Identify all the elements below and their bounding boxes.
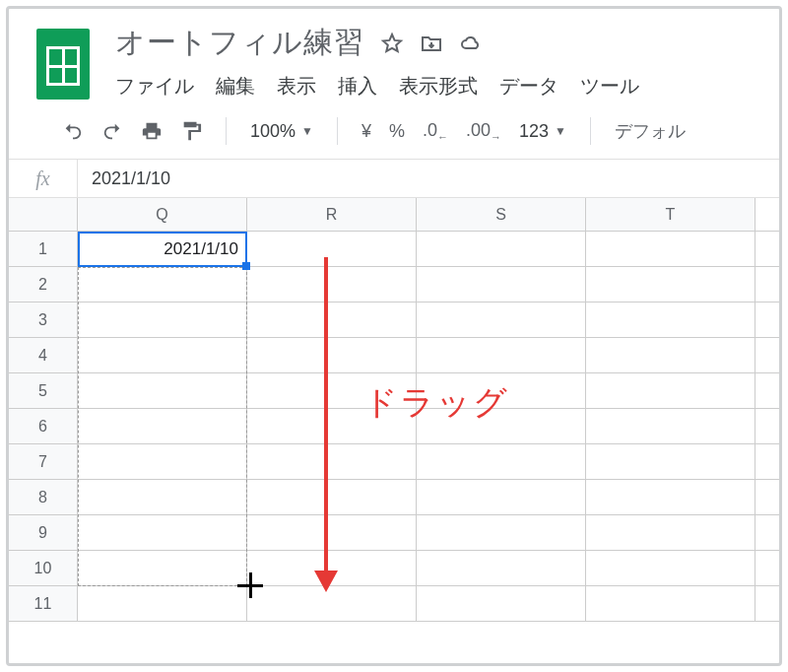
row-header[interactable]: 4 [9, 338, 78, 372]
cell[interactable] [78, 409, 247, 443]
menu-view[interactable]: 表示 [277, 73, 316, 100]
toolbar-separator [337, 117, 338, 145]
cell[interactable] [417, 586, 586, 621]
toolbar: 100% ▼ ¥ % .0← .00→ 123 ▼ デフォル [9, 103, 779, 159]
column-header[interactable]: S [417, 198, 586, 231]
menu-bar: ファイル 編集 表示 挿入 表示形式 データ ツール [115, 73, 639, 100]
cell[interactable] [78, 338, 247, 372]
menu-data[interactable]: データ [499, 73, 558, 100]
cell[interactable] [247, 444, 417, 479]
cell[interactable] [586, 409, 755, 443]
cell[interactable] [417, 302, 586, 337]
cell[interactable] [586, 373, 755, 408]
chevron-down-icon: ▼ [555, 124, 566, 138]
print-button[interactable] [141, 120, 163, 142]
cell[interactable] [417, 480, 586, 514]
cell[interactable] [586, 444, 755, 479]
decrease-decimal-button[interactable]: .0← [423, 120, 448, 143]
zoom-value: 100% [250, 121, 296, 142]
row-header[interactable]: 2 [9, 267, 78, 302]
row-header[interactable]: 8 [9, 480, 78, 514]
cell-Q1[interactable]: 2021/1/10 [78, 232, 247, 266]
formula-bar: fx [9, 159, 779, 198]
column-header[interactable]: T [586, 198, 755, 231]
row-header[interactable]: 11 [9, 586, 78, 621]
row-header[interactable]: 7 [9, 444, 78, 479]
fx-label: fx [9, 159, 78, 198]
cell[interactable] [78, 373, 247, 408]
row-header[interactable]: 6 [9, 409, 78, 443]
column-header[interactable]: R [247, 198, 417, 231]
cloud-status-icon[interactable] [459, 32, 483, 55]
cell[interactable] [247, 480, 417, 514]
cell[interactable] [417, 338, 586, 372]
cell[interactable] [417, 551, 586, 585]
sheets-logo [36, 29, 90, 100]
cell[interactable] [78, 444, 247, 479]
row-header[interactable]: 3 [9, 302, 78, 337]
increase-decimal-button[interactable]: .00→ [466, 120, 501, 143]
move-to-folder-icon[interactable] [420, 32, 443, 55]
annotation-label: ドラッグ [363, 380, 509, 426]
menu-tools[interactable]: ツール [580, 73, 639, 100]
grid-rows: 1 2021/1/10 2 3 4 5 6 7 8 9 10 11 [9, 232, 779, 622]
cell[interactable] [78, 267, 247, 302]
paint-format-button[interactable] [180, 120, 202, 142]
menu-file[interactable]: ファイル [115, 73, 194, 100]
zoom-dropdown[interactable]: 100% ▼ [250, 121, 313, 142]
menu-insert[interactable]: 挿入 [338, 73, 377, 100]
cell[interactable] [586, 551, 755, 585]
cell[interactable] [247, 338, 417, 372]
cell[interactable] [247, 267, 417, 302]
column-header[interactable]: Q [78, 198, 247, 231]
format-percent-button[interactable]: % [389, 121, 405, 142]
format-currency-button[interactable]: ¥ [361, 121, 371, 142]
column-headers: Q R S T [9, 198, 779, 232]
row-header[interactable]: 5 [9, 373, 78, 408]
cell[interactable] [247, 302, 417, 337]
cell[interactable] [417, 267, 586, 302]
menu-edit[interactable]: 編集 [216, 73, 255, 100]
document-title[interactable]: オートフィル練習 [115, 23, 364, 63]
cell[interactable] [586, 232, 755, 266]
cell[interactable] [247, 232, 417, 266]
undo-button[interactable] [62, 120, 84, 142]
row-header[interactable]: 9 [9, 515, 78, 550]
cell[interactable] [586, 302, 755, 337]
star-icon[interactable] [380, 32, 404, 55]
cell[interactable] [417, 515, 586, 550]
font-dropdown[interactable]: デフォル [615, 119, 686, 143]
cell[interactable] [78, 551, 247, 585]
cell[interactable] [78, 480, 247, 514]
cell[interactable] [586, 515, 755, 550]
spreadsheet-grid[interactable]: Q R S T 1 2021/1/10 2 3 4 5 6 7 8 9 10 1… [9, 198, 779, 622]
chevron-down-icon: ▼ [301, 124, 313, 138]
cell[interactable] [78, 586, 247, 621]
number-format-dropdown[interactable]: 123 ▼ [519, 121, 566, 142]
cell[interactable] [417, 232, 586, 266]
select-all-corner[interactable] [9, 198, 78, 231]
cell[interactable] [247, 515, 417, 550]
cell[interactable] [586, 338, 755, 372]
fill-cursor-icon [237, 572, 263, 598]
menu-format[interactable]: 表示形式 [399, 73, 478, 100]
cell[interactable] [417, 444, 586, 479]
cell[interactable] [586, 267, 755, 302]
cell[interactable] [586, 586, 755, 621]
cell[interactable] [586, 480, 755, 514]
cell[interactable] [78, 302, 247, 337]
toolbar-separator [226, 117, 227, 145]
formula-input[interactable] [78, 168, 779, 189]
row-header[interactable]: 10 [9, 551, 78, 585]
redo-button[interactable] [101, 120, 123, 142]
title-bar: オートフィル練習 ファイル 編集 表示 挿入 表示形式 データ ツール [9, 9, 779, 103]
cell[interactable] [78, 515, 247, 550]
toolbar-separator [590, 117, 591, 145]
row-header[interactable]: 1 [9, 232, 78, 266]
